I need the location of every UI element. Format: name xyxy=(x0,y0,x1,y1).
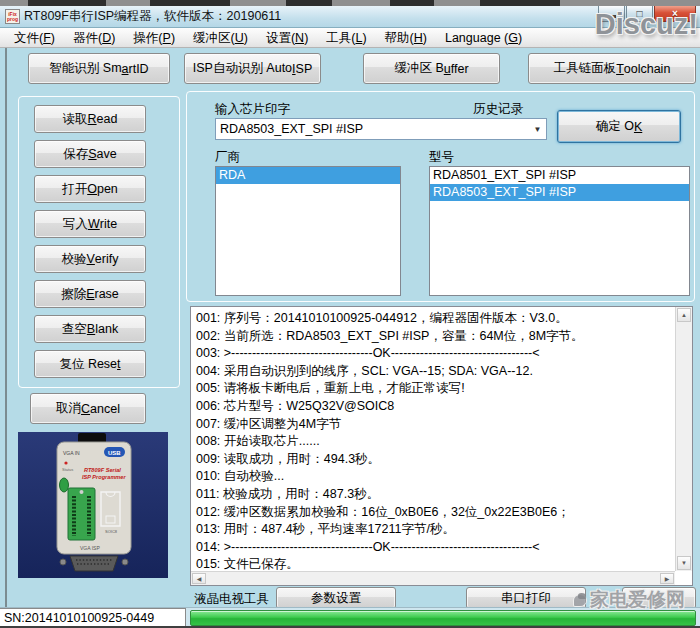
repair-watermark-text: 家电爱修网 xyxy=(590,587,685,613)
action-button[interactable]: 保存 Save xyxy=(34,140,146,168)
background-window-edge xyxy=(5,48,7,628)
watermark-bird-icon xyxy=(572,593,589,608)
scroll-up-icon[interactable]: ▲ xyxy=(677,308,691,322)
log-line: 010: 自动校验... xyxy=(196,468,675,486)
action-button[interactable]: 打开 Open xyxy=(34,175,146,203)
svg-text:Status: Status xyxy=(62,467,73,472)
log-line: 008: 开始读取芯片...... xyxy=(196,433,675,451)
svg-text:VGA ISP: VGA ISP xyxy=(80,545,100,551)
vendor-list[interactable]: RDA xyxy=(215,166,401,296)
toolbar-button[interactable]: 智能识别 SmartID xyxy=(28,53,170,84)
log-line: 005: 请将板卡断电后，重新上电，才能正常读写! xyxy=(196,380,675,398)
lcd-tools-label: 液晶电视工具 xyxy=(194,591,269,608)
chip-select-group-box: 输入芯片印字 历史记录 RDA8503_EXT_SPI #ISP ▼ 确定 OK… xyxy=(186,91,695,302)
svg-text:ISP Programmer: ISP Programmer xyxy=(82,474,126,480)
log-line: 001: 序列号：20141010100925-044912，编程器固件版本：V… xyxy=(196,310,675,328)
menu-item[interactable]: 文件(F) xyxy=(5,28,64,48)
app-icon: iFixprog xyxy=(5,9,20,24)
parameter-settings-button[interactable]: 参数设置 xyxy=(276,587,396,609)
discuz-watermark: Discuz! xyxy=(595,8,698,41)
log-line: 003: >----------------------------------… xyxy=(196,345,675,363)
window-title: RT809F串行ISP编程器，软件版本：20190611 xyxy=(24,8,281,25)
action-button[interactable]: 擦除 Erase xyxy=(34,280,146,308)
model-list-item[interactable]: RDA8503_EXT_SPI #ISP xyxy=(430,184,689,201)
ok-button[interactable]: 确定 OK xyxy=(557,110,681,143)
log-output-box[interactable]: 001: 序列号：20141010100925-044912，编程器固件版本：V… xyxy=(190,306,693,586)
log-lines: 001: 序列号：20141010100925-044912，编程器固件版本：V… xyxy=(191,307,675,571)
log-line: 013: 用时：487.4秒，平均速率17211字节/秒。 xyxy=(196,521,675,539)
vendor-label: 厂商 xyxy=(215,149,240,166)
repair-site-watermark: 家电爱修网 xyxy=(572,587,685,613)
svg-text:SOIC8: SOIC8 xyxy=(105,529,118,534)
toolbar-button[interactable]: ISP自动识别 AutoISP xyxy=(184,53,321,84)
menu-item[interactable]: 工具(L) xyxy=(317,28,375,48)
log-line: 009: 读取成功，用时：494.3秒。 xyxy=(196,451,675,469)
svg-text:VGA IN: VGA IN xyxy=(63,450,80,456)
device-photo: VGA IN USB Status RT809F Serial ISP Prog… xyxy=(18,432,168,578)
action-button[interactable]: 校验 Verify xyxy=(34,245,146,273)
model-list[interactable]: RDA8501_EXT_SPI #ISPRDA8503_EXT_SPI #ISP xyxy=(429,166,690,296)
log-line: 007: 缓冲区调整为4M字节 xyxy=(196,416,675,434)
vertical-scrollbar[interactable]: ▲ ▼ xyxy=(675,307,692,571)
svg-text:RT809F Serial: RT809F Serial xyxy=(84,467,121,473)
chevron-down-icon[interactable]: ▼ xyxy=(529,125,546,134)
model-list-item[interactable]: RDA8501_EXT_SPI #ISP xyxy=(430,167,689,184)
history-label: 历史记录 xyxy=(473,101,523,118)
serial-print-button[interactable]: 串口打印 xyxy=(466,587,586,609)
menu-item[interactable]: Language (G) xyxy=(436,28,531,48)
menu-item[interactable]: 缓冲区(U) xyxy=(184,28,257,48)
action-button[interactable]: 复位 Reset xyxy=(34,350,146,378)
scroll-down-icon[interactable]: ▼ xyxy=(677,556,691,570)
action-button[interactable]: 写入 Write xyxy=(34,210,146,238)
log-line: 002: 当前所选：RDA8503_EXT_SPI #ISP，容量：64M位，8… xyxy=(196,328,675,346)
cancel-button[interactable]: 取消 Cancel xyxy=(30,393,146,424)
svg-text:USB: USB xyxy=(108,450,121,456)
action-button[interactable]: 查空 Blank xyxy=(34,315,146,343)
vendor-list-item[interactable]: RDA xyxy=(216,167,400,184)
chip-combobox-value: RDA8503_EXT_SPI #ISP xyxy=(216,122,529,136)
serial-number-field: SN:20141010100925-0449 xyxy=(0,608,186,628)
log-line: 006: 芯片型号：W25Q32V@SOIC8 xyxy=(196,398,675,416)
log-line: 011: 校验成功，用时：487.3秒。 xyxy=(196,486,675,504)
action-group-box: 读取 Read保存 Save打开 Open写入 Write校验 Verify擦除… xyxy=(18,96,180,388)
menu-item[interactable]: 帮助(H) xyxy=(376,28,436,48)
chip-combobox[interactable]: RDA8503_EXT_SPI #ISP ▼ xyxy=(215,118,547,140)
menu-item[interactable]: 设置(N) xyxy=(257,28,317,48)
menu-item[interactable]: 操作(P) xyxy=(124,28,184,48)
model-label: 型号 xyxy=(429,149,454,166)
scroll-right-icon[interactable]: ▶ xyxy=(660,573,674,584)
rt809f-device-illustration: VGA IN USB Status RT809F Serial ISP Prog… xyxy=(18,432,168,578)
chip-input-label: 输入芯片印字 xyxy=(215,101,290,118)
menu-item[interactable]: 器件(D) xyxy=(64,28,124,48)
toolbar-button[interactable]: 缓冲区 Buffer xyxy=(363,53,500,84)
action-button[interactable]: 读取 Read xyxy=(34,105,146,133)
scroll-left-icon[interactable]: ◀ xyxy=(192,573,206,584)
horizontal-scrollbar[interactable]: ◀ ▶ xyxy=(191,571,675,585)
log-line: 015: 文件已保存。 xyxy=(196,556,675,571)
toolbar-button[interactable]: 工具链面板 Toolchain xyxy=(528,53,696,84)
log-line: 004: 采用自动识别到的线序，SCL: VGA--15; SDA: VGA--… xyxy=(196,363,675,381)
log-line: 014: >----------------------------------… xyxy=(196,539,675,557)
log-line: 012: 缓冲区数据累加校验和：16位_0xB0E6，32位_0x22E3B0E… xyxy=(196,504,675,522)
